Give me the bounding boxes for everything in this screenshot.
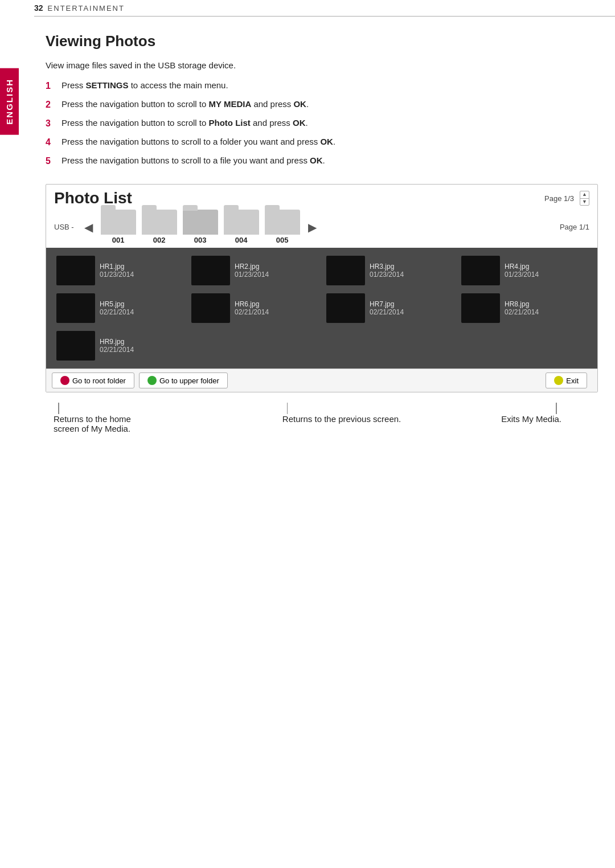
folder-005[interactable]: 005 — [265, 210, 300, 244]
intro-text: View image files saved in the USB storag… — [46, 60, 598, 70]
photo-name-hr3: HR3.jpg — [370, 263, 404, 271]
step-number-3: 3 — [46, 117, 58, 130]
nav-left-arrow[interactable]: ◀ — [82, 220, 95, 234]
photo-info-hr7: HR7.jpg 02/21/2014 — [370, 300, 404, 316]
photo-date-hr5: 02/21/2014 — [100, 308, 134, 316]
step-5: 5 Press the navigation buttons to scroll… — [46, 154, 598, 168]
photo-date-hr2: 01/23/2014 — [235, 271, 269, 279]
photo-info-hr6: HR6.jpg 02/21/2014 — [235, 300, 269, 316]
photo-date-hr3: 01/23/2014 — [370, 271, 404, 279]
photo-date-hr6: 02/21/2014 — [235, 308, 269, 316]
photo-name-hr4: HR4.jpg — [505, 263, 539, 271]
scroll-up-icon[interactable]: ▲ — [580, 191, 589, 199]
photo-name-hr9: HR9.jpg — [100, 338, 134, 346]
folder-004[interactable]: 004 — [224, 210, 259, 244]
annotations-area: Returns to the home screen of My Media. … — [46, 403, 598, 433]
photo-info-hr3: HR3.jpg 01/23/2014 — [370, 263, 404, 279]
photo-date-hr9: 02/21/2014 — [100, 346, 134, 354]
photo-row-3: HR9.jpg 02/21/2014 — [56, 331, 587, 361]
photo-item-hr5[interactable]: HR5.jpg 02/21/2014 — [56, 293, 182, 323]
photo-thumb-hr3 — [326, 256, 365, 285]
yellow-button-icon — [554, 376, 563, 385]
photo-info-hr1: HR1.jpg 01/23/2014 — [100, 263, 134, 279]
photo-item-hr9[interactable]: HR9.jpg 02/21/2014 — [56, 331, 182, 361]
exit-button[interactable]: Exit — [546, 372, 587, 388]
page-indicator-area: Page 1/3 ▲ ▼ — [544, 191, 589, 206]
photo-info-hr8: HR8.jpg 02/21/2014 — [505, 300, 539, 316]
photo-list-header: Photo List Page 1/3 ▲ ▼ — [46, 185, 597, 207]
photo-item-hr1[interactable]: HR1.jpg 01/23/2014 — [56, 256, 182, 285]
photo-info-hr9: HR9.jpg 02/21/2014 — [100, 338, 134, 354]
photo-list-title: Photo List — [54, 189, 132, 207]
photo-thumb-hr9 — [56, 331, 95, 361]
folder-icon-001 — [101, 210, 136, 235]
step-text-1: Press SETTINGS to access the main menu. — [62, 79, 228, 92]
step-1: 1 Press SETTINGS to access the main menu… — [46, 79, 598, 93]
folder-num-005: 005 — [276, 236, 289, 244]
english-tab: ENGLISH — [0, 68, 19, 135]
photo-date-hr8: 02/21/2014 — [505, 308, 539, 316]
photo-thumb-hr6 — [191, 293, 230, 323]
photo-name-hr8: HR8.jpg — [505, 300, 539, 308]
exit-label: Exit — [566, 376, 579, 385]
step-number-4: 4 — [46, 136, 58, 149]
go-to-upper-button[interactable]: Go to upper folder — [139, 372, 228, 388]
main-content: Viewing Photos View image files saved in… — [34, 17, 615, 456]
go-to-root-button[interactable]: Go to root folder — [52, 372, 134, 388]
step-text-2: Press the navigation button to scroll to… — [62, 98, 309, 111]
page-indicator: Page 1/3 — [544, 194, 574, 203]
photo-name-hr1: HR1.jpg — [100, 263, 134, 271]
photo-row-1: HR1.jpg 01/23/2014 HR2.jpg 01/23/2014 HR… — [56, 256, 587, 285]
photo-info-hr4: HR4.jpg 01/23/2014 — [505, 263, 539, 279]
page-header: 32 ENTERTAINMENT — [34, 0, 615, 17]
green-button-icon — [147, 376, 157, 385]
annotation-line-right — [556, 403, 557, 414]
annotation-right: Exits My Media. — [501, 403, 561, 424]
folder-icon-003 — [183, 210, 218, 235]
photo-item-hr3[interactable]: HR3.jpg 01/23/2014 — [326, 256, 452, 285]
annotation-left-line1: Returns to the home — [54, 414, 131, 424]
annotation-right-text: Exits My Media. — [501, 414, 561, 424]
nav-right-arrow[interactable]: ▶ — [306, 220, 319, 234]
step-text-5: Press the navigation buttons to scroll t… — [62, 154, 325, 167]
photo-item-hr7[interactable]: HR7.jpg 02/21/2014 — [326, 293, 452, 323]
folder-num-003: 003 — [194, 236, 207, 244]
steps-list: 1 Press SETTINGS to access the main menu… — [46, 79, 598, 168]
photo-item-hr6[interactable]: HR6.jpg 02/21/2014 — [191, 293, 317, 323]
photo-name-hr2: HR2.jpg — [235, 263, 269, 271]
scroll-down-icon[interactable]: ▼ — [580, 199, 589, 206]
section-title: Viewing Photos — [46, 32, 598, 50]
photo-thumb-hr1 — [56, 256, 95, 285]
photo-name-hr7: HR7.jpg — [370, 300, 404, 308]
photo-thumb-hr8 — [461, 293, 500, 323]
step-3: 3 Press the navigation button to scroll … — [46, 117, 598, 130]
photo-item-hr8[interactable]: HR8.jpg 02/21/2014 — [461, 293, 587, 323]
go-to-root-label: Go to root folder — [72, 376, 126, 385]
usb-label: USB - — [54, 223, 74, 231]
photo-thumb-hr4 — [461, 256, 500, 285]
folder-001[interactable]: 001 — [101, 210, 136, 244]
annotation-line-mid — [287, 403, 288, 414]
photo-item-hr4[interactable]: HR4.jpg 01/23/2014 — [461, 256, 587, 285]
photo-date-hr7: 02/21/2014 — [370, 308, 404, 316]
photo-thumb-hr5 — [56, 293, 95, 323]
step-text-4: Press the navigation buttons to scroll t… — [62, 136, 335, 149]
folder-002[interactable]: 002 — [142, 210, 177, 244]
photo-list-ui: Photo List Page 1/3 ▲ ▼ USB - ◀ 001 002 — [46, 184, 598, 392]
step-text-3: Press the navigation button to scroll to… — [62, 117, 308, 130]
photo-item-hr2[interactable]: HR2.jpg 01/23/2014 — [191, 256, 317, 285]
photo-date-hr1: 01/23/2014 — [100, 271, 134, 279]
photo-thumb-hr7 — [326, 293, 365, 323]
folder-nav-row: USB - ◀ 001 002 003 004 005 — [46, 207, 597, 248]
red-button-icon — [60, 376, 69, 385]
folder-icon-002 — [142, 210, 177, 235]
folder-003[interactable]: 003 — [183, 210, 218, 244]
scroll-arrows[interactable]: ▲ ▼ — [580, 191, 589, 206]
folder-num-004: 004 — [235, 236, 248, 244]
folder-icon-005 — [265, 210, 300, 235]
step-4: 4 Press the navigation buttons to scroll… — [46, 136, 598, 149]
folder-page-right: Page 1/1 — [560, 223, 589, 231]
go-to-upper-label: Go to upper folder — [159, 376, 219, 385]
photo-info-hr5: HR5.jpg 02/21/2014 — [100, 300, 134, 316]
photo-row-2: HR5.jpg 02/21/2014 HR6.jpg 02/21/2014 HR… — [56, 293, 587, 323]
